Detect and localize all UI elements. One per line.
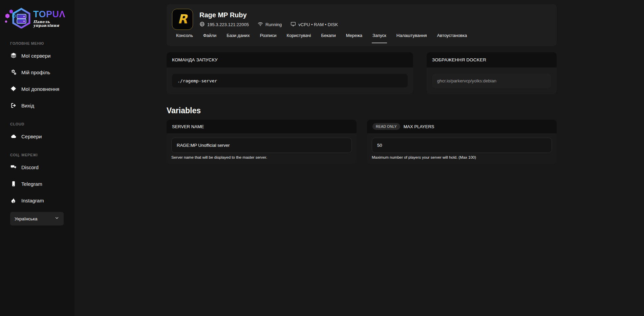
variable-name: MAX PLAYERS	[404, 124, 434, 129]
tab-backups[interactable]: Бекапи	[320, 33, 336, 43]
server-name-input[interactable]	[171, 138, 352, 153]
monitor-icon	[291, 21, 296, 28]
sidebar-item-instagram[interactable]: Instagram	[10, 195, 74, 205]
server-game-icon[interactable]: R	[172, 9, 193, 30]
startup-command-card: КОМАНДА ЗАПУСКУ	[167, 52, 413, 94]
language-select-value: Українська	[15, 216, 38, 221]
variable-description: Server name that will be displayed to th…	[171, 155, 352, 159]
sidebar-item-label: Telegram	[21, 181, 42, 187]
tab-users[interactable]: Користувачі	[286, 33, 312, 43]
max-players-input[interactable]	[372, 138, 552, 153]
sidebar-section-label: CLOUD	[10, 122, 74, 126]
docker-image-header: ЗОБРАЖЕННЯ DOCKER	[427, 52, 557, 67]
language-select[interactable]: Українська	[10, 212, 64, 225]
logo-hexagon-server-icon	[3, 7, 32, 30]
panel-logo[interactable]: TOPUΛ Панель управління	[0, 7, 74, 30]
app-root: TOPUΛ Панель управління ГОЛОВНЕ МЕНЮМої …	[0, 0, 644, 316]
tab-files[interactable]: Файли	[202, 33, 217, 43]
sidebar-item-discord[interactable]: Discord	[10, 162, 74, 172]
tab-console[interactable]: Консоль	[175, 33, 194, 43]
status-text: Running	[265, 22, 282, 27]
sidebar-section-label: ГОЛОВНЕ МЕНЮ	[10, 41, 74, 45]
sidebar-item-telegram[interactable]: Telegram	[10, 179, 74, 189]
sidebar-nav: ГОЛОВНЕ МЕНЮМої сервериМій профільМої до…	[0, 41, 74, 205]
tab-network[interactable]: Мережа	[345, 33, 363, 43]
tab-startup[interactable]: Запуск	[372, 33, 387, 43]
server-title: Rage MP Ruby	[199, 11, 338, 19]
sidebar-item-label: Discord	[21, 164, 39, 170]
docker-image-input[interactable]	[432, 74, 551, 88]
rage-r-glyph: R	[178, 12, 188, 26]
telegram-icon	[10, 181, 17, 187]
discord-icon	[10, 164, 17, 170]
startup-command-header: КОМАНДА ЗАПУСКУ	[167, 52, 413, 67]
sidebar-item-cloud-servers[interactable]: Сервери	[10, 131, 74, 141]
chevron-down-icon	[55, 216, 59, 222]
tab-settings[interactable]: Налаштування	[396, 33, 428, 43]
docker-image-card: ЗОБРАЖЕННЯ DOCKER	[427, 52, 557, 94]
brand-subtitle: Панель управління	[33, 20, 74, 27]
variable-name: SERVER NAME	[172, 124, 204, 129]
sidebar-item-label: Мої сервери	[21, 53, 50, 59]
globe-icon	[199, 21, 205, 28]
variables-heading: Variables	[167, 106, 557, 115]
startup-command-input[interactable]	[172, 74, 408, 87]
sidebar: TOPUΛ Панель управління ГОЛОВНЕ МЕНЮМої …	[0, 0, 74, 316]
sidebar-item-my-addons[interactable]: Мої доповнення	[10, 84, 74, 94]
layers-icon	[10, 53, 17, 59]
sidebar-section-label: СОЦ. МЕРЕЖІ	[10, 153, 74, 157]
sidebar-item-label: Вихід	[21, 103, 34, 108]
server-status: Running	[258, 21, 282, 28]
variable-description: Maximum number of players your server wi…	[372, 155, 552, 159]
sidebar-item-my-servers[interactable]: Мої сервери	[10, 51, 74, 61]
server-address: 195.3.223.121:22005	[199, 21, 249, 28]
tab-bar: КонсольФайлиБази данихРозписиКористувачі…	[172, 33, 551, 43]
read-only-badge: READ ONLY	[372, 123, 400, 130]
brand-name: TOPUΛ	[33, 10, 74, 19]
sidebar-item-label: Instagram	[21, 198, 44, 203]
tab-autoinstall[interactable]: Автоустановка	[436, 33, 468, 43]
ukraine-flag-icon	[62, 14, 67, 17]
sidebar-item-logout[interactable]: Вихід	[10, 100, 74, 111]
instagram-icon	[10, 197, 17, 203]
variable-card-max-players: READ ONLY MAX PLAYERS Maximum number of …	[367, 120, 557, 164]
sidebar-item-label: Сервери	[21, 134, 42, 139]
signout-icon	[10, 102, 17, 108]
sidebar-item-label: Мої доповнення	[21, 86, 59, 92]
tab-schedules[interactable]: Розписи	[259, 33, 277, 43]
sidebar-item-label: Мій профіль	[21, 70, 50, 75]
gears-icon	[10, 69, 17, 75]
server-resources: vCPU • RAM • DISK	[291, 21, 338, 28]
server-header-card: R Rage MP Ruby 195.3.223.121:22005	[167, 4, 557, 46]
puzzle-icon	[10, 86, 17, 92]
cloud-icon	[10, 133, 17, 139]
variable-card-server-name: SERVER NAME Server name that will be dis…	[167, 120, 357, 164]
main-area: R Rage MP Ruby 195.3.223.121:22005	[74, 0, 644, 316]
tab-databases[interactable]: Бази даних	[226, 33, 250, 43]
sidebar-item-my-profile[interactable]: Мій профіль	[10, 67, 74, 77]
wifi-icon	[258, 21, 263, 28]
